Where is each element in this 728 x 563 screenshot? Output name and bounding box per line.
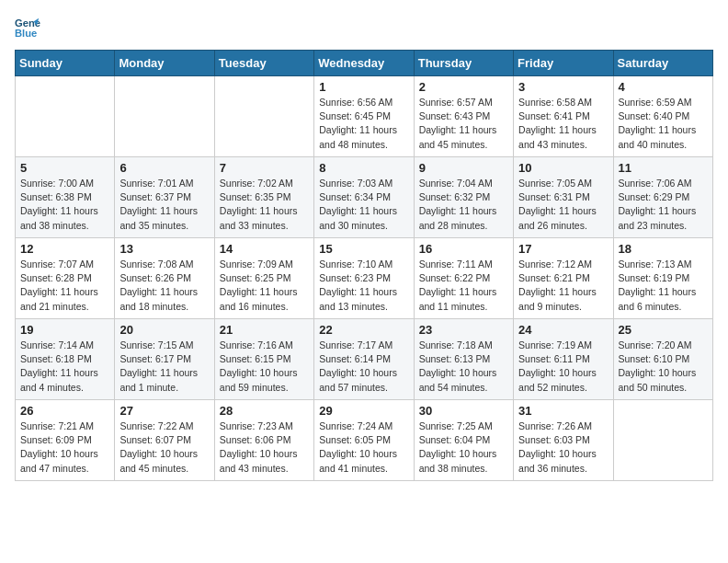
day-info: Sunrise: 7:23 AM Sunset: 6:06 PM Dayligh…: [220, 419, 309, 476]
day-info: Sunrise: 7:05 AM Sunset: 6:31 PM Dayligh…: [518, 177, 608, 233]
calendar-cell: 19Sunrise: 7:14 AM Sunset: 6:18 PM Dayli…: [16, 319, 115, 400]
weekday-friday: Friday: [514, 51, 613, 76]
day-info: Sunrise: 7:25 AM Sunset: 6:04 PM Dayligh…: [419, 419, 508, 476]
day-info: Sunrise: 7:12 AM Sunset: 6:21 PM Dayligh…: [518, 258, 608, 314]
logo-icon: General Blue: [15, 15, 40, 40]
calendar-cell: 24Sunrise: 7:19 AM Sunset: 6:11 PM Dayli…: [514, 319, 613, 400]
weekday-monday: Monday: [115, 51, 214, 76]
calendar-cell: [16, 76, 115, 157]
day-number: 20: [119, 323, 209, 337]
day-info: Sunrise: 7:02 AM Sunset: 6:35 PM Dayligh…: [220, 177, 309, 233]
calendar-cell: 1Sunrise: 6:56 AM Sunset: 6:45 PM Daylig…: [314, 76, 414, 157]
day-info: Sunrise: 6:56 AM Sunset: 6:45 PM Dayligh…: [319, 96, 408, 152]
day-number: 6: [119, 161, 209, 175]
day-info: Sunrise: 7:00 AM Sunset: 6:38 PM Dayligh…: [20, 177, 109, 233]
day-number: 15: [319, 242, 408, 256]
day-number: 24: [518, 323, 608, 337]
day-number: 5: [20, 161, 109, 175]
calendar-cell: 9Sunrise: 7:04 AM Sunset: 6:32 PM Daylig…: [414, 157, 513, 238]
day-info: Sunrise: 7:03 AM Sunset: 6:34 PM Dayligh…: [319, 177, 408, 233]
calendar-cell: 30Sunrise: 7:25 AM Sunset: 6:04 PM Dayli…: [414, 400, 513, 481]
day-info: Sunrise: 7:06 AM Sunset: 6:29 PM Dayligh…: [619, 177, 708, 233]
calendar-cell: 20Sunrise: 7:15 AM Sunset: 6:17 PM Dayli…: [115, 319, 214, 400]
day-info: Sunrise: 7:16 AM Sunset: 6:15 PM Dayligh…: [220, 339, 309, 395]
calendar-cell: 26Sunrise: 7:21 AM Sunset: 6:09 PM Dayli…: [16, 400, 115, 481]
calendar-cell: 14Sunrise: 7:09 AM Sunset: 6:25 PM Dayli…: [214, 238, 313, 319]
day-info: Sunrise: 7:08 AM Sunset: 6:26 PM Dayligh…: [119, 258, 209, 314]
day-info: Sunrise: 7:19 AM Sunset: 6:11 PM Dayligh…: [518, 339, 608, 395]
day-number: 13: [119, 242, 209, 256]
day-number: 11: [619, 161, 708, 175]
day-number: 30: [419, 404, 508, 418]
day-number: 16: [419, 242, 508, 256]
weekday-tuesday: Tuesday: [214, 51, 313, 76]
weekday-wednesday: Wednesday: [314, 51, 414, 76]
calendar-cell: 29Sunrise: 7:24 AM Sunset: 6:05 PM Dayli…: [314, 400, 414, 481]
calendar-cell: [214, 76, 313, 157]
day-number: 23: [419, 323, 508, 337]
day-info: Sunrise: 7:13 AM Sunset: 6:19 PM Dayligh…: [619, 258, 708, 314]
day-number: 8: [319, 161, 408, 175]
day-info: Sunrise: 7:22 AM Sunset: 6:07 PM Dayligh…: [119, 419, 209, 476]
day-info: Sunrise: 7:21 AM Sunset: 6:09 PM Dayligh…: [20, 419, 109, 476]
week-row-5: 26Sunrise: 7:21 AM Sunset: 6:09 PM Dayli…: [16, 400, 713, 481]
week-row-1: 1Sunrise: 6:56 AM Sunset: 6:45 PM Daylig…: [16, 76, 713, 157]
svg-text:Blue: Blue: [15, 28, 37, 39]
day-info: Sunrise: 7:20 AM Sunset: 6:10 PM Dayligh…: [619, 339, 708, 395]
calendar-cell: 3Sunrise: 6:58 AM Sunset: 6:41 PM Daylig…: [514, 76, 613, 157]
day-info: Sunrise: 7:26 AM Sunset: 6:03 PM Dayligh…: [518, 419, 608, 476]
day-info: Sunrise: 6:57 AM Sunset: 6:43 PM Dayligh…: [419, 96, 508, 152]
day-number: 18: [619, 242, 708, 256]
week-row-3: 12Sunrise: 7:07 AM Sunset: 6:28 PM Dayli…: [16, 238, 713, 319]
day-number: 25: [619, 323, 708, 337]
calendar-cell: 15Sunrise: 7:10 AM Sunset: 6:23 PM Dayli…: [314, 238, 414, 319]
weekday-header-row: SundayMondayTuesdayWednesdayThursdayFrid…: [16, 51, 713, 76]
day-number: 10: [518, 161, 608, 175]
calendar-cell: 5Sunrise: 7:00 AM Sunset: 6:38 PM Daylig…: [16, 157, 115, 238]
day-info: Sunrise: 7:14 AM Sunset: 6:18 PM Dayligh…: [20, 339, 109, 395]
day-number: 28: [220, 404, 309, 418]
calendar-cell: [613, 400, 712, 481]
day-info: Sunrise: 7:17 AM Sunset: 6:14 PM Dayligh…: [319, 339, 408, 395]
day-number: 2: [419, 80, 508, 94]
calendar-cell: 8Sunrise: 7:03 AM Sunset: 6:34 PM Daylig…: [314, 157, 414, 238]
calendar-cell: 12Sunrise: 7:07 AM Sunset: 6:28 PM Dayli…: [16, 238, 115, 319]
page-header: General Blue: [15, 15, 713, 40]
calendar-cell: 13Sunrise: 7:08 AM Sunset: 6:26 PM Dayli…: [115, 238, 214, 319]
calendar-table: SundayMondayTuesdayWednesdayThursdayFrid…: [15, 50, 713, 481]
calendar-cell: 28Sunrise: 7:23 AM Sunset: 6:06 PM Dayli…: [214, 400, 313, 481]
calendar-cell: 25Sunrise: 7:20 AM Sunset: 6:10 PM Dayli…: [613, 319, 712, 400]
weekday-thursday: Thursday: [414, 51, 513, 76]
day-info: Sunrise: 7:09 AM Sunset: 6:25 PM Dayligh…: [220, 258, 309, 314]
day-info: Sunrise: 6:58 AM Sunset: 6:41 PM Dayligh…: [518, 96, 608, 152]
day-info: Sunrise: 7:10 AM Sunset: 6:23 PM Dayligh…: [319, 258, 408, 314]
weekday-saturday: Saturday: [613, 51, 712, 76]
day-info: Sunrise: 7:24 AM Sunset: 6:05 PM Dayligh…: [319, 419, 408, 476]
weekday-sunday: Sunday: [16, 51, 115, 76]
calendar-cell: 4Sunrise: 6:59 AM Sunset: 6:40 PM Daylig…: [613, 76, 712, 157]
day-number: 4: [619, 80, 708, 94]
day-number: 21: [220, 323, 309, 337]
day-number: 12: [20, 242, 109, 256]
calendar-cell: 18Sunrise: 7:13 AM Sunset: 6:19 PM Dayli…: [613, 238, 712, 319]
calendar-cell: 23Sunrise: 7:18 AM Sunset: 6:13 PM Dayli…: [414, 319, 513, 400]
day-number: 26: [20, 404, 109, 418]
calendar-body: 1Sunrise: 6:56 AM Sunset: 6:45 PM Daylig…: [16, 76, 713, 481]
calendar-cell: 10Sunrise: 7:05 AM Sunset: 6:31 PM Dayli…: [514, 157, 613, 238]
calendar-cell: 17Sunrise: 7:12 AM Sunset: 6:21 PM Dayli…: [514, 238, 613, 319]
week-row-2: 5Sunrise: 7:00 AM Sunset: 6:38 PM Daylig…: [16, 157, 713, 238]
calendar-cell: 7Sunrise: 7:02 AM Sunset: 6:35 PM Daylig…: [214, 157, 313, 238]
calendar-cell: 22Sunrise: 7:17 AM Sunset: 6:14 PM Dayli…: [314, 319, 414, 400]
day-info: Sunrise: 7:15 AM Sunset: 6:17 PM Dayligh…: [119, 339, 209, 395]
calendar-cell: 16Sunrise: 7:11 AM Sunset: 6:22 PM Dayli…: [414, 238, 513, 319]
week-row-4: 19Sunrise: 7:14 AM Sunset: 6:18 PM Dayli…: [16, 319, 713, 400]
day-number: 31: [518, 404, 608, 418]
day-number: 19: [20, 323, 109, 337]
day-info: Sunrise: 7:01 AM Sunset: 6:37 PM Dayligh…: [119, 177, 209, 233]
calendar-cell: 27Sunrise: 7:22 AM Sunset: 6:07 PM Dayli…: [115, 400, 214, 481]
day-number: 1: [319, 80, 408, 94]
day-number: 7: [220, 161, 309, 175]
day-info: Sunrise: 7:04 AM Sunset: 6:32 PM Dayligh…: [419, 177, 508, 233]
day-number: 17: [518, 242, 608, 256]
calendar-cell: 2Sunrise: 6:57 AM Sunset: 6:43 PM Daylig…: [414, 76, 513, 157]
